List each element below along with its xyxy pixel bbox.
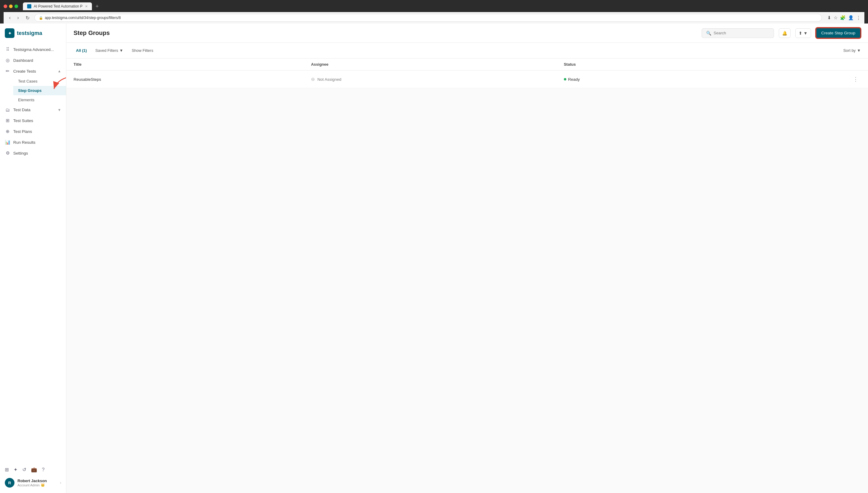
filter-all-button[interactable]: All (1) [73,47,89,54]
row-title[interactable]: ReusableSteps [73,77,101,82]
bar-chart-icon: 📊 [5,140,10,145]
sidebar-item-elements[interactable]: Elements [13,95,66,105]
refresh-button[interactable]: ↻ [24,15,31,21]
main-content: Step Groups 🔍 🔔 ⬆ ▼ Create Step Group Al… [66,23,868,493]
chevron-up-icon: ▲ [58,69,61,73]
briefcase-icon[interactable]: 💼 [31,467,37,472]
extensions-icon[interactable]: 🧩 [840,15,846,21]
refresh-icon[interactable]: ↺ [22,467,26,472]
dashboard-icon: ◎ [5,58,10,63]
col-assignee: Assignee [304,59,557,70]
create-step-group-button[interactable]: Create Step Group [816,28,861,38]
export-chevron: ▼ [803,31,808,36]
user-name: Robert Jackson [18,478,57,483]
saved-filters-button[interactable]: Saved Filters ▼ [93,47,126,54]
star-icon[interactable]: ✦ [14,467,18,472]
sidebar-item-dashboard[interactable]: ◎ Dashboard [0,55,66,66]
avatar: R [5,478,15,488]
create-tests-label: Create Tests [13,69,36,73]
logo-text: testsigma [17,30,42,37]
user-profile-row[interactable]: R Robert Jackson Account Admin 👑 › [0,475,66,491]
sidebar-item-create-tests[interactable]: ✏ Create Tests ▲ [0,66,66,77]
search-input[interactable] [714,31,769,35]
page-title: Step Groups [73,29,697,37]
col-title: Title [66,59,304,70]
edit-icon: ✏ [5,68,10,74]
tab-favicon [27,4,31,8]
address-bar[interactable]: 🔒 app.testsigma.com/ui/td/34/step-groups… [34,14,822,22]
logo-icon: ✦ [5,28,15,38]
row-actions: ⋮ [736,75,861,83]
sidebar: ✦ testsigma ⠿ Testsigma Advanced... ◎ Da… [0,23,66,493]
grid-icon: ⠿ [5,47,10,52]
maximize-dot[interactable] [15,4,18,8]
assignee-value: Not Assigned [317,77,342,82]
show-filters-button[interactable]: Show Filters [129,47,156,54]
sidebar-item-run-results[interactable]: 📊 Run Results [0,137,66,148]
export-button[interactable]: ⬆ ▼ [795,28,811,38]
sidebar-item-test-suites[interactable]: ⊞ Test Suites [0,115,66,126]
test-data-label: Test Data [13,108,30,112]
active-tab[interactable]: AI Powered Test Automation P ✕ [23,2,92,10]
new-tab-button[interactable]: + [93,3,101,10]
notification-button[interactable]: 🔔 [779,28,790,38]
status-cell: Ready [564,77,721,82]
tab-title: AI Powered Test Automation P [34,4,83,8]
crown-icon: 👑 [41,483,45,487]
dashboard-label: Dashboard [13,58,33,63]
bookmark-icon[interactable]: ☆ [834,15,838,21]
test-suites-label: Test Suites [13,119,33,123]
sort-by[interactable]: Sort by ▼ [843,48,861,53]
sidebar-bottom-icons: ⊞ ✦ ↺ 💼 ? [0,464,66,475]
logo: ✦ testsigma [0,28,66,44]
sidebar-item-test-data[interactable]: 🗂 Test Data ▼ [0,105,66,115]
col-status: Status [557,59,729,70]
url-text: app.testsigma.com/ui/td/34/step-groups/f… [45,16,121,20]
status-dot [564,78,566,81]
sidebar-item-test-cases[interactable]: Test Cases [13,77,66,86]
settings-icon: ⚙ [5,150,10,156]
sidebar-item-settings[interactable]: ⚙ Settings [0,148,66,158]
sidebar-item-test-plans[interactable]: ⊕ Test Plans [0,126,66,137]
table-container: Title Assignee Status ReusableSteps ⊖ [66,59,868,493]
back-button[interactable]: ‹ [7,15,13,21]
lock-icon: 🔒 [39,16,43,20]
menu-icon[interactable]: ⋮ [856,15,861,21]
user-info: Robert Jackson Account Admin 👑 [18,478,57,487]
sidebar-item-step-groups[interactable]: Step Groups [13,86,66,95]
create-tests-subnav: Test Cases Step Groups Elements [0,77,66,105]
folder-icon: 🗂 [5,107,10,112]
profile-icon[interactable]: 👤 [848,15,854,21]
download-icon[interactable]: ⬇ [827,15,831,21]
step-groups-table: Title Assignee Status ReusableSteps ⊖ [66,59,868,88]
sidebar-nav: ⠿ Testsigma Advanced... ◎ Dashboard ✏ Cr… [0,44,66,464]
filters-bar: All (1) Saved Filters ▼ Show Filters Sor… [66,43,868,59]
chevron-down-icon: ▼ [58,108,61,112]
search-box[interactable]: 🔍 [702,28,774,38]
status-value: Ready [568,77,580,82]
sort-chevron-icon: ▼ [857,48,861,53]
user-role: Account Admin 👑 [18,483,57,487]
saved-filters-chevron: ▼ [120,48,123,53]
project-label: Testsigma Advanced... [13,47,54,52]
user-chevron-icon: › [60,481,61,485]
minimize-dot[interactable] [9,4,13,8]
row-more-button[interactable]: ⋮ [850,75,861,83]
col-actions [729,59,868,70]
table-row: ReusableSteps ⊖ Not Assigned Ready [66,70,868,88]
grid2-icon: ⊞ [5,118,10,123]
unassigned-icon: ⊖ [311,77,315,82]
plus-circle-icon: ⊕ [5,129,10,134]
integrations-icon[interactable]: ⊞ [5,467,9,472]
help-icon[interactable]: ? [42,467,45,472]
close-dot[interactable] [4,4,7,8]
search-icon: 🔍 [706,31,711,36]
test-plans-label: Test Plans [13,129,32,134]
forward-button[interactable]: › [15,15,21,21]
tab-close-button[interactable]: ✕ [85,4,88,8]
sidebar-item-project[interactable]: ⠿ Testsigma Advanced... [0,44,66,55]
page-header: Step Groups 🔍 🔔 ⬆ ▼ Create Step Group [66,23,868,43]
settings-label: Settings [13,151,28,155]
run-results-label: Run Results [13,140,36,145]
assignee-cell: ⊖ Not Assigned [311,77,549,82]
